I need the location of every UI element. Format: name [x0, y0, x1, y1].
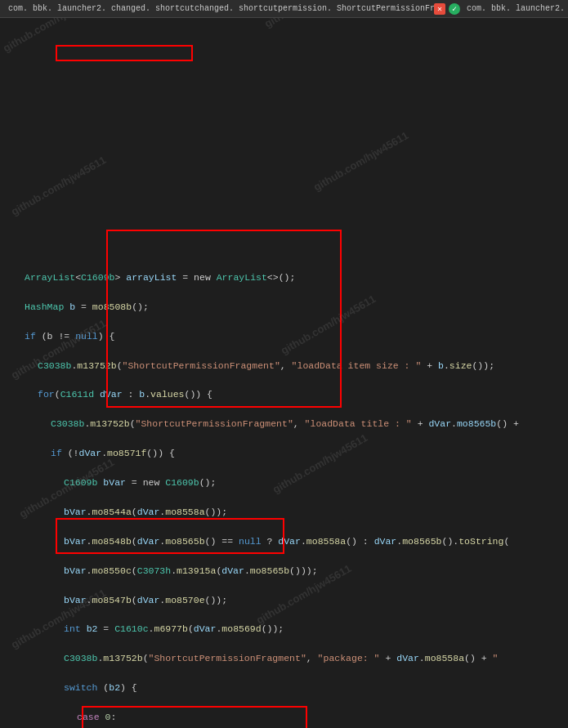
line-10: bVar.mo8548b(dVar.mo8565b() == null ? dV…	[11, 534, 561, 549]
line-9: bVar.mo8544a(dVar.mo8558a());	[11, 505, 561, 520]
top-bar: com. bbk. launcher2. changed. shortcutch…	[0, 0, 568, 18]
watermark-2: github.com/hjw45611	[262, 18, 363, 32]
check-icon: ✓	[449, 3, 460, 15]
watermark-4: github.com/hjw45611	[311, 127, 412, 195]
line-2: HashMap b = mo8508b();	[11, 300, 561, 315]
tab-title: com. bbk. launcher2. changed. shortcutch…	[3, 4, 434, 13]
line-14: C3038b.m13752b("ShortcutPermissionFragme…	[11, 651, 561, 666]
close-icon[interactable]: ✕	[434, 3, 445, 15]
code-content: ArrayList<C1609b> arrayList = new ArrayL…	[7, 256, 561, 728]
line-5: for(C1611d dVar : b.values()) {	[11, 387, 561, 402]
line-7: if (!dVar.mo8571f()) {	[11, 446, 561, 461]
line-1: ArrayList<C1609b> arrayList = new ArrayL…	[11, 270, 561, 285]
line-4: C3038b.m13752b("ShortcutPermissionFragme…	[11, 359, 561, 373]
line-16: case 0:	[11, 710, 561, 725]
line-15: switch (b2) {	[11, 681, 561, 695]
watermark-3: github.com/hjw45611	[8, 152, 110, 220]
line-8: C1609b bVar = new C1609b();	[11, 476, 561, 490]
line-13: int b2 = C1610c.m6977b(dVar.mo8569d());	[11, 622, 561, 636]
second-tab: com. bbk. launcher2.	[467, 4, 565, 13]
line-11: bVar.mo8550c(C3073h.m13915a(dVar.mo8565b…	[11, 564, 561, 578]
watermark-1: github.com/hjw45611	[0, 18, 101, 56]
highlight-box-1	[56, 45, 193, 61]
code-editor: github.com/hjw45611 github.com/hjw45611 …	[0, 18, 568, 728]
line-12: bVar.mo8547b(dVar.mo8570e());	[11, 593, 561, 608]
top-bar-icons: ✕ ✓ com. bbk. launcher2.	[434, 3, 565, 15]
line-6: C3038b.m13752b("ShortcutPermissionFragme…	[11, 417, 561, 431]
line-3: if (b != null) {	[11, 329, 561, 344]
